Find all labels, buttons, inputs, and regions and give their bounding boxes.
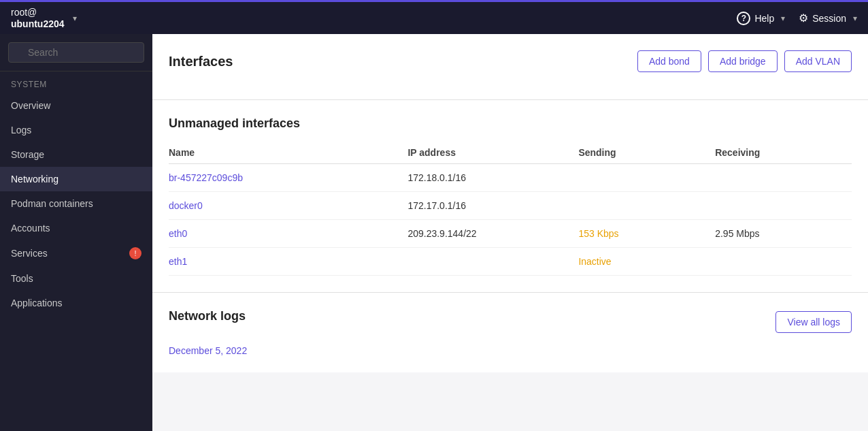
- user-dropdown-icon[interactable]: ▾: [73, 14, 77, 23]
- row-receiving: 2.95 Mbps: [715, 220, 852, 248]
- sidebar-item-logs[interactable]: Logs: [0, 118, 152, 142]
- table-row: br-457227c09c9b 172.18.0.1/16: [169, 164, 852, 192]
- topbar-user: root@ ubuntu2204 ▾: [11, 7, 77, 30]
- sidebar-item-label: Logs: [11, 125, 31, 135]
- row-ip: [407, 248, 578, 276]
- help-dropdown-icon[interactable]: ▾: [781, 14, 785, 23]
- row-name[interactable]: eth0: [169, 220, 407, 248]
- row-name[interactable]: eth1: [169, 248, 407, 276]
- row-ip: 172.18.0.1/16: [407, 164, 578, 192]
- sidebar-item-tools[interactable]: Tools: [0, 266, 152, 291]
- interfaces-header: Interfaces Add bond Add bridge Add VLAN: [169, 50, 852, 72]
- row-name[interactable]: docker0: [169, 192, 407, 220]
- row-receiving: [715, 164, 852, 192]
- user-at: root@: [11, 7, 65, 18]
- sidebar-item-storage[interactable]: Storage: [0, 142, 152, 167]
- topbar-actions: ? Help ▾ ⚙ Session ▾: [737, 12, 857, 25]
- sidebar-section-system: System: [0, 71, 152, 93]
- sidebar-item-networking[interactable]: Networking: [0, 167, 152, 191]
- sidebar-item-podman[interactable]: Podman containers: [0, 191, 152, 216]
- row-sending: [578, 192, 715, 220]
- row-sending: Inactive: [578, 248, 715, 276]
- sidebar-item-applications[interactable]: Applications: [0, 291, 152, 315]
- logs-date: December 5, 2022: [169, 345, 852, 356]
- interfaces-actions: Add bond Add bridge Add VLAN: [637, 50, 852, 72]
- sidebar-item-label: Overview: [11, 100, 50, 111]
- unmanaged-title: Unmanaged interfaces: [169, 116, 852, 131]
- session-button[interactable]: ⚙ Session ▾: [799, 12, 857, 25]
- view-all-logs-button[interactable]: View all logs: [775, 311, 852, 333]
- table-row: docker0 172.17.0.1/16: [169, 192, 852, 220]
- hostname: ubuntu2204: [11, 18, 65, 30]
- logs-title: Network logs: [169, 309, 246, 323]
- network-logs-panel: Network logs View all logs December 5, 2…: [152, 293, 868, 372]
- sidebar-search-area: 🔍: [0, 34, 152, 71]
- table-header-row: Name IP address Sending Receiving: [169, 142, 852, 164]
- add-bond-button[interactable]: Add bond: [637, 50, 701, 72]
- help-button[interactable]: ? Help ▾: [737, 12, 785, 25]
- add-bridge-button[interactable]: Add bridge: [708, 50, 778, 72]
- help-label: Help: [754, 13, 774, 24]
- col-header-name: Name: [169, 142, 407, 164]
- sidebar-item-accounts[interactable]: Accounts: [0, 216, 152, 240]
- services-badge: !: [129, 247, 141, 259]
- sidebar-item-label: Storage: [11, 149, 44, 160]
- table-row: eth0 209.23.9.144/22 153 Kbps 2.95 Mbps: [169, 220, 852, 248]
- add-vlan-button[interactable]: Add VLAN: [784, 50, 852, 72]
- interfaces-panel: Interfaces Add bond Add bridge Add VLAN: [152, 34, 868, 100]
- sidebar-item-label: Services: [11, 248, 48, 259]
- col-header-receiving: Receiving: [715, 142, 852, 164]
- col-header-ip: IP address: [407, 142, 578, 164]
- gear-icon: ⚙: [799, 12, 808, 25]
- row-name[interactable]: br-457227c09c9b: [169, 164, 407, 192]
- row-ip: 209.23.9.144/22: [407, 220, 578, 248]
- search-input[interactable]: [8, 42, 144, 63]
- session-dropdown-icon[interactable]: ▾: [853, 14, 857, 23]
- sidebar-item-label: Networking: [11, 174, 59, 185]
- sidebar-item-overview[interactable]: Overview: [0, 93, 152, 118]
- session-label: Session: [812, 13, 846, 24]
- row-sending: [578, 164, 715, 192]
- sidebar-item-services[interactable]: Services !: [0, 240, 152, 266]
- row-sending: 153 Kbps: [578, 220, 715, 248]
- main-layout: 🔍 System Overview Logs Storage Networkin…: [0, 34, 868, 431]
- table-row: eth1 Inactive: [169, 248, 852, 276]
- row-receiving: [715, 248, 852, 276]
- help-icon: ?: [737, 12, 750, 25]
- topbar: root@ ubuntu2204 ▾ ? Help ▾ ⚙ Session ▾: [0, 0, 868, 34]
- row-ip: 172.17.0.1/16: [407, 192, 578, 220]
- sidebar-item-label: Podman containers: [11, 198, 93, 209]
- unmanaged-table: Name IP address Sending Receiving br-457…: [169, 142, 852, 276]
- content-area: Interfaces Add bond Add bridge Add VLAN …: [152, 34, 868, 431]
- sidebar-item-label: Tools: [11, 273, 33, 284]
- sidebar-item-label: Applications: [11, 298, 63, 308]
- interfaces-title: Interfaces: [169, 54, 233, 69]
- row-receiving: [715, 192, 852, 220]
- sidebar: 🔍 System Overview Logs Storage Networkin…: [0, 34, 152, 431]
- sidebar-item-label: Accounts: [11, 223, 50, 234]
- logs-header: Network logs View all logs: [169, 309, 852, 334]
- col-header-sending: Sending: [578, 142, 715, 164]
- unmanaged-interfaces-panel: Unmanaged interfaces Name IP address Sen…: [152, 100, 868, 293]
